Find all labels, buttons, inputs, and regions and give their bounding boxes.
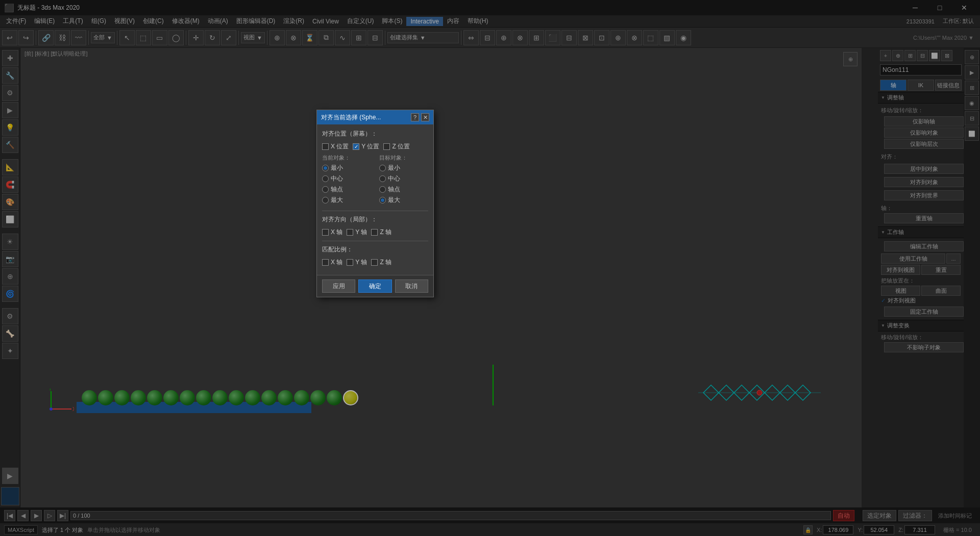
target-min-rb[interactable] bbox=[379, 165, 386, 171]
scale-x-cb[interactable] bbox=[322, 259, 329, 266]
tool-btn-11[interactable]: ⬛ bbox=[545, 30, 560, 45]
fr-icon-1[interactable]: ⊕ bbox=[965, 50, 979, 64]
coord-y-display[interactable]: 52.054 bbox=[864, 525, 894, 534]
tool-btn-2[interactable]: ⊗ bbox=[286, 30, 301, 45]
menu-modifier[interactable]: 修改器(M) bbox=[168, 16, 204, 27]
fr-icon-4[interactable]: ◉ bbox=[965, 96, 979, 110]
close-button[interactable]: ✕ bbox=[952, 0, 976, 15]
target-pivot-rb[interactable] bbox=[379, 186, 386, 193]
x-pos-checkbox[interactable] bbox=[322, 143, 329, 150]
timeline-play-sel-btn[interactable]: ▷ bbox=[44, 510, 55, 521]
menu-render[interactable]: 渲染(R) bbox=[279, 16, 308, 27]
camera-icon[interactable]: 📷 bbox=[2, 251, 18, 267]
timeline-prev-btn[interactable]: ◀ bbox=[17, 510, 29, 521]
tool-btn-14[interactable]: ⊡ bbox=[594, 30, 609, 45]
menu-edit[interactable]: 编辑(E) bbox=[30, 16, 59, 27]
align-x-cb[interactable] bbox=[322, 229, 329, 236]
tool-btn-18[interactable]: ▧ bbox=[659, 30, 675, 45]
tool-btn-9[interactable]: ⊗ bbox=[512, 30, 528, 45]
menu-interactive[interactable]: Interactive bbox=[406, 17, 443, 26]
tool-btn-17[interactable]: ⬚ bbox=[643, 30, 658, 45]
auto-key-btn[interactable]: 自动 bbox=[833, 510, 854, 521]
align-z-cb[interactable] bbox=[371, 229, 378, 236]
panel-btn-2[interactable]: ⊞ bbox=[904, 50, 916, 61]
target-max-rb[interactable] bbox=[379, 197, 386, 203]
align-y-cb[interactable] bbox=[347, 229, 353, 236]
menu-animation[interactable]: 动画(A) bbox=[204, 16, 232, 27]
light-icon[interactable]: ☀ bbox=[2, 234, 18, 250]
tool-btn-5[interactable]: ∿ bbox=[335, 30, 350, 45]
unlink-button[interactable]: ⛓ bbox=[55, 30, 70, 45]
ribbon-icon[interactable]: ⬜ bbox=[2, 211, 18, 227]
edit-work-axis-btn[interactable]: 编辑工作轴 bbox=[884, 241, 964, 251]
scale-button[interactable]: ⤢ bbox=[221, 30, 236, 45]
tool-btn-16[interactable]: ⊗ bbox=[627, 30, 642, 45]
particle-icon[interactable]: ✦ bbox=[2, 343, 18, 359]
align-to-world-btn[interactable]: 对齐到世界 bbox=[884, 190, 964, 200]
add-panel-btn[interactable]: + bbox=[880, 50, 891, 61]
select-circle-button[interactable]: ◯ bbox=[168, 30, 184, 45]
fr-icon-5[interactable]: ⊟ bbox=[965, 111, 979, 125]
align-button[interactable]: ⊟ bbox=[480, 30, 495, 45]
timeline-start-btn[interactable]: |◀ bbox=[4, 510, 15, 521]
affect-hierarchy-btn[interactable]: 仅影响层次 bbox=[884, 139, 964, 149]
link-button[interactable]: 🔗 bbox=[38, 30, 54, 45]
timeline-play-btn[interactable]: ▶ bbox=[31, 510, 42, 521]
center-to-object-btn[interactable]: 居中到对象 bbox=[884, 164, 964, 174]
select-region-button[interactable]: ⬚ bbox=[136, 30, 151, 45]
panel-btn-5[interactable]: ⊠ bbox=[941, 50, 952, 61]
menu-help[interactable]: 帮助(H) bbox=[463, 16, 493, 27]
tool-btn-7[interactable]: ⊟ bbox=[368, 30, 383, 45]
current-center-rb[interactable] bbox=[322, 175, 329, 182]
timeline-progress[interactable]: 0 / 100 bbox=[70, 511, 831, 520]
rotate-button[interactable]: ↻ bbox=[205, 30, 220, 45]
select-button[interactable]: ↖ bbox=[119, 30, 135, 45]
tool-btn-19[interactable]: ◉ bbox=[676, 30, 691, 45]
fr-icon-3[interactable]: ⊞ bbox=[965, 81, 979, 95]
object-name-input[interactable] bbox=[880, 64, 962, 75]
move-button[interactable]: ✛ bbox=[188, 30, 204, 45]
current-min-rb[interactable] bbox=[322, 165, 329, 171]
tool-btn-8[interactable]: ⊕ bbox=[496, 30, 511, 45]
coord-x-display[interactable]: 178.069 bbox=[823, 525, 853, 534]
tab-link-info[interactable]: 链接信息 bbox=[935, 80, 962, 91]
menu-view[interactable]: 视图(V) bbox=[110, 16, 139, 27]
helper-icon[interactable]: ⊕ bbox=[2, 268, 18, 285]
tab-axis[interactable]: 轴 bbox=[880, 80, 906, 91]
view-btn[interactable]: 视图 bbox=[881, 286, 920, 296]
expand-icon[interactable]: ▶ bbox=[2, 468, 18, 484]
use-work-axis-btn[interactable]: 使用工作轴 bbox=[881, 253, 945, 264]
create-icon[interactable]: ✚ bbox=[2, 50, 18, 66]
utilities-icon[interactable]: 🔨 bbox=[2, 137, 18, 153]
menu-script[interactable]: 脚本(S) bbox=[378, 16, 406, 27]
menu-create[interactable]: 创建(C) bbox=[139, 16, 168, 27]
tab-ik[interactable]: IK bbox=[908, 80, 934, 91]
tool-btn-13[interactable]: ⊠ bbox=[578, 30, 593, 45]
undo-button[interactable]: ↩ bbox=[2, 30, 17, 45]
maxscript-btn[interactable]: MAXScript bbox=[4, 525, 38, 534]
scale-z-cb[interactable] bbox=[371, 259, 378, 266]
tool-btn-12[interactable]: ⊟ bbox=[561, 30, 577, 45]
coord-z-display[interactable]: 7.311 bbox=[904, 525, 935, 534]
lock-icon[interactable]: 🔒 bbox=[803, 525, 813, 534]
dialog-help-btn[interactable]: ? bbox=[411, 113, 419, 121]
curve-btn[interactable]: 曲面 bbox=[921, 286, 961, 296]
reset-axis-btn[interactable]: 重置轴 bbox=[884, 213, 964, 223]
fr-icon-6[interactable]: ⬜ bbox=[965, 126, 979, 141]
current-max-rb[interactable] bbox=[322, 197, 329, 203]
tool-btn-10[interactable]: ⊞ bbox=[529, 30, 544, 45]
select-key-btn[interactable]: 选定对象 bbox=[863, 510, 896, 521]
cancel-button[interactable]: 取消 bbox=[395, 279, 428, 293]
panel-btn-4[interactable]: ⬜ bbox=[929, 50, 940, 61]
apply-button[interactable]: 应用 bbox=[322, 279, 355, 293]
ok-button[interactable]: 确定 bbox=[358, 279, 391, 293]
target-center-rb[interactable] bbox=[379, 175, 386, 182]
modify-icon[interactable]: 🔧 bbox=[2, 67, 18, 84]
filter-btn[interactable]: 过滤器： bbox=[898, 510, 932, 521]
filter-dropdown[interactable]: 全部 ▼ bbox=[91, 32, 115, 43]
motion-icon[interactable]: ▶ bbox=[2, 102, 18, 118]
tool-btn-4[interactable]: ⧉ bbox=[318, 30, 334, 45]
display-icon[interactable]: 💡 bbox=[2, 119, 18, 136]
dialog-close-btn[interactable]: ✕ bbox=[421, 113, 429, 121]
align-to-object-btn[interactable]: 对齐到对象 bbox=[884, 177, 964, 187]
